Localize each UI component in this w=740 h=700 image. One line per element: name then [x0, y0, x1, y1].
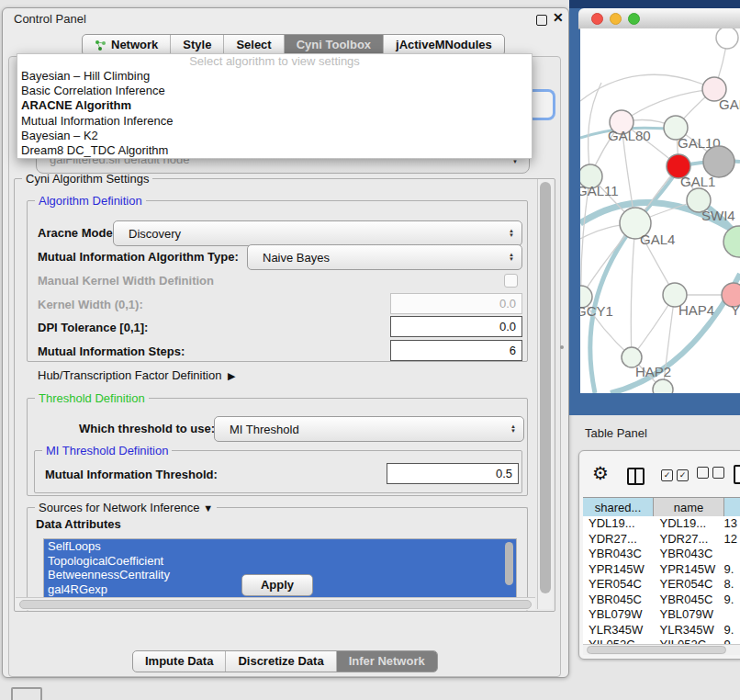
- dropdown-option[interactable]: Bayesian – Hill Climbing: [17, 69, 532, 84]
- which-threshold-combobox[interactable]: MI Threshold ▲▼: [214, 416, 524, 442]
- table-row[interactable]: YPR145WYPR145W9.: [583, 562, 740, 578]
- node-label: Y: [731, 302, 740, 318]
- node-label: GCY1: [580, 303, 613, 319]
- table-row[interactable]: YBR043CYBR043C: [583, 547, 740, 562]
- gear-icon[interactable]: ⚙: [592, 464, 609, 482]
- algorithm-dropdown-list: Select algorithm to view settings Bayesi…: [17, 53, 533, 159]
- settings-vertical-scrollbar[interactable]: [537, 179, 553, 609]
- table-row[interactable]: YDR27...YDR27...12: [583, 532, 740, 548]
- manual-kernel-width-checkbox[interactable]: [504, 274, 518, 288]
- table-horizontal-scrollbar[interactable]: [583, 644, 740, 655]
- tab-discretize-data[interactable]: Discretize Data: [225, 651, 335, 672]
- column-header-partial[interactable]: [724, 498, 740, 517]
- node-label: SWI4: [701, 208, 735, 223]
- group-title: MI Threshold Definition: [42, 444, 172, 457]
- node-label: GAL: [719, 96, 740, 112]
- tab-label: Network: [111, 35, 158, 55]
- tab-infer-network[interactable]: Infer Network: [336, 651, 437, 672]
- tab-network[interactable]: Network: [83, 35, 170, 55]
- combo-arrows-icon: ▲▼: [509, 253, 521, 262]
- dropdown-option[interactable]: Mutual Information Inference: [17, 114, 532, 129]
- select-all-icon[interactable]: ✓✓: [661, 467, 692, 481]
- document-icon[interactable]: [734, 465, 740, 484]
- tab-label: Impute Data: [145, 651, 213, 672]
- list-item[interactable]: SelfLoops: [44, 539, 516, 554]
- tab-label: Infer Network: [349, 651, 425, 672]
- group-title: Threshold Definition: [35, 391, 149, 405]
- dropdown-placeholder: Select algorithm to view settings: [17, 54, 532, 69]
- tab-label: Style: [183, 35, 211, 55]
- node[interactable]: [716, 28, 738, 49]
- close-icon[interactable]: ✕: [553, 10, 564, 25]
- node[interactable]: [723, 226, 740, 257]
- scrollbar-thumb[interactable]: [587, 646, 726, 654]
- hub-section-label: Hub/Transcription Factor Definition: [38, 368, 221, 382]
- dpi-tolerance-field[interactable]: 0.0: [390, 316, 522, 337]
- table-row[interactable]: YDL19...YDL19...13: [583, 516, 740, 532]
- tab-select[interactable]: Select: [223, 35, 283, 55]
- tab-label: Cyni Toolbox: [297, 35, 371, 55]
- dropdown-option[interactable]: Dream8 DC_TDC Algorithm: [17, 143, 532, 158]
- apply-button[interactable]: Apply: [241, 574, 313, 596]
- node-label: GAL4: [640, 231, 675, 247]
- node[interactable]: [653, 379, 673, 393]
- mi-steps-field[interactable]: 6: [390, 340, 522, 361]
- list-item[interactable]: TopologicalCoefficient: [44, 554, 516, 569]
- zoom-traffic-light[interactable]: [628, 13, 640, 25]
- kernel-width-field[interactable]: 0.0: [390, 293, 522, 314]
- combobox-value: Naive Bayes: [248, 251, 509, 265]
- bottom-tabbar: Impute Data Discretize Data Infer Networ…: [132, 650, 438, 672]
- table-row[interactable]: YLR345WYLR345W9.: [583, 623, 740, 638]
- split-columns-icon[interactable]: [627, 468, 645, 485]
- table-row[interactable]: YIL052CYIL052C9: [583, 638, 740, 644]
- minimize-traffic-light[interactable]: [610, 13, 622, 25]
- list-scrollbar-thumb[interactable]: [505, 542, 513, 585]
- aracne-mode-combobox[interactable]: Discovery ▲▼: [113, 220, 522, 246]
- control-panel-title: Control Panel: [14, 12, 86, 26]
- table-row[interactable]: YBR045CYBR045C9.: [583, 593, 740, 608]
- scrollbar-thumb[interactable]: [19, 600, 532, 609]
- dropdown-option-selected[interactable]: ARACNE Algorithm: [17, 98, 532, 113]
- table-body: YDL19...YDL19...13 YDR27...YDR27...12 YB…: [583, 516, 740, 644]
- network-window-titlebar[interactable]: [578, 8, 740, 29]
- scrollbar-thumb[interactable]: [540, 182, 551, 593]
- manual-kernel-width-label: Manual Kernel Width Definition: [38, 274, 214, 288]
- combo-arrows-icon: ▲▼: [510, 424, 523, 434]
- table-header-row: shared... name: [583, 497, 740, 518]
- control-panel-window: Control Panel ✕ Network Style Select Cyn…: [2, 7, 569, 678]
- dpi-tolerance-label: DPI Tolerance [0,1]:: [38, 321, 148, 334]
- column-header-name[interactable]: name: [654, 498, 724, 517]
- dropdown-option[interactable]: Bayesian – K2: [17, 129, 532, 143]
- combobox-value: MI Threshold: [215, 423, 510, 436]
- dropdown-option[interactable]: Basic Correlation Inference: [17, 84, 532, 98]
- float-icon[interactable]: [536, 15, 547, 26]
- mi-algorithm-type-label: Mutual Information Algorithm Type:: [38, 250, 239, 264]
- network-canvas[interactable]: GALGAL80GAL10GAL1GAL11SWI4GAL4GCY1HAP4YH…: [580, 28, 740, 393]
- expanded-triangle-icon: ▼: [203, 502, 213, 514]
- node-label: HAP2: [635, 364, 671, 379]
- minimized-panel-icon[interactable]: [11, 687, 42, 700]
- network-window-top-edge: [569, 0, 740, 8]
- deselect-all-icon[interactable]: [697, 467, 728, 481]
- tab-style[interactable]: Style: [170, 35, 223, 55]
- splitter-grip[interactable]: [560, 345, 564, 349]
- tab-jactivemnodules[interactable]: jActiveMNodules: [383, 35, 504, 55]
- mi-threshold-field[interactable]: 0.5: [387, 463, 519, 484]
- tab-impute-data[interactable]: Impute Data: [133, 651, 225, 672]
- group-title: Algorithm Definition: [35, 194, 146, 208]
- node-label: GAL11: [580, 183, 619, 198]
- hub-section-header[interactable]: Hub/Transcription Factor Definition ▶: [38, 368, 236, 382]
- table-row[interactable]: YER054CYER054C8.: [583, 577, 740, 593]
- table-panel-window: ⚙ ✓✓ shared... name YDL19...YDL19...13 Y…: [578, 450, 740, 660]
- tab-cyni-toolbox[interactable]: Cyni Toolbox: [284, 35, 383, 55]
- close-traffic-light[interactable]: [591, 13, 603, 25]
- tab-label: Select: [236, 35, 271, 55]
- mi-threshold-label: Mutual Information Threshold:: [45, 468, 218, 481]
- mi-algorithm-type-combobox[interactable]: Naive Bayes ▲▼: [247, 244, 522, 270]
- column-header-shared-name[interactable]: shared...: [583, 498, 654, 517]
- node[interactable]: [703, 146, 734, 177]
- tab-label: jActiveMNodules: [396, 35, 492, 55]
- node-label: GAL1: [680, 174, 715, 189]
- settings-horizontal-scrollbar[interactable]: [16, 597, 535, 610]
- table-row[interactable]: YBL079WYBL079W: [583, 607, 740, 623]
